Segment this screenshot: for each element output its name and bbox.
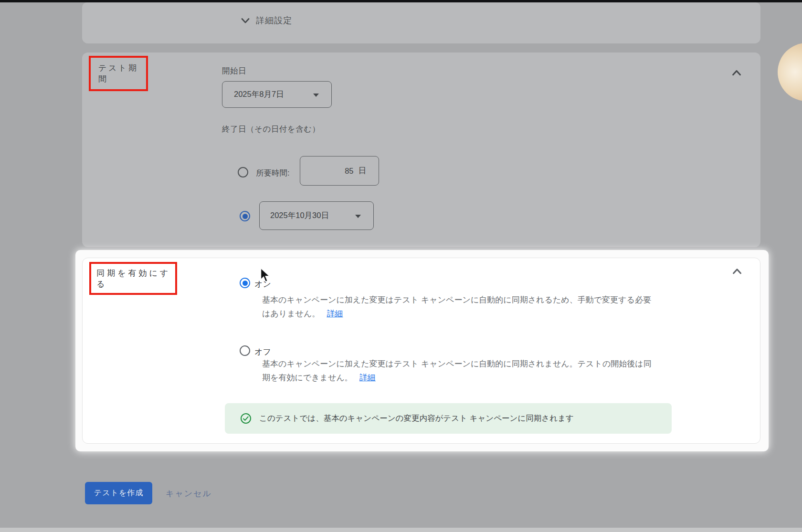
advanced-settings-label: 詳細設定 [256, 15, 292, 26]
sync-off-desc-line2: 期を有効にできません。 [262, 373, 353, 382]
end-date-value: 2025年10月30日 [270, 210, 329, 221]
bottom-edge-strip [0, 528, 802, 532]
sync-annotation-box: 同期を有効にする [89, 262, 177, 295]
sync-settings-card: 同期を有効にする オン 基本のキャンペーンに加えた変更はテスト キャンペーンに自… [82, 258, 760, 444]
start-date-label: 開始日 [222, 66, 246, 76]
dropdown-caret-icon [313, 94, 319, 97]
test-period-card: テスト期間 開始日 2025年8月7日 終了日（その日付を含む） 所要時間: 日… [82, 52, 760, 247]
check-circle-icon [240, 413, 252, 424]
google-ads-experiment-page: 詳細設定 テスト期間 開始日 2025年8月7日 終了日（その日付を含む） 所要… [0, 0, 802, 532]
sync-on-detail-link[interactable]: 詳細 [327, 309, 343, 318]
start-date-value: 2025年8月7日 [234, 89, 284, 100]
sync-off-description: 基本のキャンペーンに加えた変更はテスト キャンペーンに自動的に同期されません。テ… [262, 357, 652, 385]
end-date-label: 終了日（その日付を含む） [222, 124, 320, 135]
sync-info-message: このテストでは、基本のキャンペーンの変更内容がテスト キャンペーンに同期されます [259, 413, 574, 424]
collapse-section-button[interactable] [729, 66, 744, 80]
test-period-annotation-box: テスト期間 [89, 56, 148, 91]
duration-label: 所要時間: [256, 168, 290, 178]
sync-on-label: オン [254, 279, 271, 290]
chevron-up-icon [730, 264, 744, 279]
sync-off-detail-link[interactable]: 詳細 [359, 373, 376, 382]
dropdown-caret-icon [355, 215, 361, 218]
cancel-button[interactable]: キャンセル [163, 482, 215, 504]
sync-on-radio[interactable] [240, 278, 250, 288]
sync-title: 同期を有効にする [96, 268, 175, 290]
chevron-down-icon [239, 14, 252, 27]
sync-off-desc-line1: 基本のキャンペーンに加えた変更はテスト キャンペーンに自動的に同期されません。テ… [262, 357, 652, 371]
sync-on-description: 基本のキャンペーンに加えた変更はテスト キャンペーンに自動的に同期されるため、手… [262, 293, 651, 321]
sync-on-desc-line1: 基本のキャンペーンに加えた変更はテスト キャンペーンに自動的に同期されるため、手… [262, 293, 651, 307]
duration-unit: 日 [359, 166, 367, 176]
webcam-overlay-bubble [778, 43, 802, 101]
test-period-title: テスト期間 [98, 63, 146, 84]
duration-input-box: 日 [300, 156, 379, 186]
advanced-settings-toggle[interactable]: 詳細設定 [239, 14, 292, 27]
sync-info-banner: このテストでは、基本のキャンペーンの変更内容がテスト キャンペーンに同期されます [225, 403, 672, 434]
advanced-settings-card: 詳細設定 [82, 2, 760, 43]
start-date-select[interactable]: 2025年8月7日 [222, 81, 332, 108]
sync-on-desc-line2: はありません。 [262, 309, 320, 318]
sync-off-label: オフ [254, 346, 271, 357]
collapse-section-button[interactable] [730, 264, 744, 279]
duration-radio[interactable] [238, 167, 248, 177]
sync-off-radio[interactable] [240, 345, 250, 356]
end-date-select[interactable]: 2025年10月30日 [259, 201, 374, 230]
chevron-up-icon [729, 66, 744, 80]
end-date-radio[interactable] [240, 211, 250, 221]
create-test-button[interactable]: テストを作成 [85, 482, 152, 504]
duration-input[interactable] [334, 166, 355, 176]
